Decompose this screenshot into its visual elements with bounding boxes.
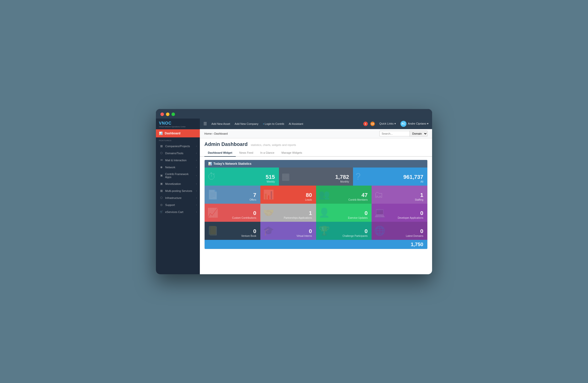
stat-card-weekly[interactable]: ⏱ 515 Weekly (205, 168, 279, 186)
notification-badge-1[interactable]: 1 (363, 122, 368, 126)
minimize-dot[interactable] (166, 113, 169, 116)
clock-icon: ⏱ (207, 171, 216, 182)
page-header: Admin Dashboard statistics, charts, widg… (200, 138, 432, 147)
chevron-icon: ‹ (196, 183, 197, 185)
add-new-asset-link[interactable]: Add New Asset (211, 122, 230, 125)
stats-header: 📊 Today's Network Statistics (205, 160, 427, 168)
chevron-icon: ‹ (196, 174, 197, 177)
badge-group: 1 13 (363, 122, 375, 126)
chevron-icon: ‹ (196, 204, 197, 206)
breadcrumb-bar: Home › Dashboard Domain (200, 129, 432, 138)
dashboard-content: 📊 Today's Network Statistics ⏱ 515 Weekl… (200, 157, 432, 274)
trophy-icon: 🏆 (319, 226, 330, 236)
companies-icon: ▦ (160, 144, 163, 148)
sidebar-item-companies-projects[interactable]: ▦ Companies/Projects ‹ (156, 143, 200, 150)
stat-card-partnerships[interactable]: 🤝 1 Partnerships Applications (260, 204, 316, 222)
app-container: VNOC Virtual Network Operations Center 📊… (156, 119, 432, 274)
sidebar-item-network[interactable]: ◉ Network ‹ (156, 164, 200, 171)
chevron-icon: ‹ (196, 190, 197, 192)
folder-icon: 🗂 (374, 189, 383, 200)
grad-icon: 🎓 (263, 226, 274, 236)
page-subtitle: statistics, charts, widgets and reports (251, 143, 296, 146)
tab-manage-widgets[interactable]: Manage Widgets (278, 149, 306, 157)
logo-text: VNOC (159, 121, 197, 126)
stats-row-2: 📄 7 Offers 📊 80 Leads 👥 47 Contri (205, 186, 427, 204)
stats-row-3: 📈 0 Custom Contributions 🤝 1 Partnership… (205, 204, 427, 222)
handshake-icon: 🤝 (263, 207, 274, 218)
network-icon: ◉ (160, 166, 163, 169)
stat-card-leads[interactable]: 📊 80 Leads (260, 186, 316, 204)
logo-sub: Virtual Network Operations Center (159, 126, 197, 128)
tab-news-feed[interactable]: News Feed (236, 149, 257, 157)
user-menu[interactable]: AC Andre Cipriano ▾ (400, 121, 429, 127)
chevron-icon: ‹ (196, 197, 197, 199)
login-to-contrib-link[interactable]: Login to Contrib (263, 122, 284, 125)
sidebar-item-contrib[interactable]: ▣ Contrib Framework Apps ‹ (156, 171, 200, 180)
stat-card-monthly[interactable]: ▦ 1,782 Monthly (279, 168, 353, 186)
search-domain-group: Domain (379, 131, 428, 137)
sidebar-item-infrastructure[interactable]: ⬡ Infrastructure ‹ (156, 194, 200, 201)
stat-card-custom-contributions[interactable]: 📈 0 Custom Contributions (205, 204, 260, 222)
sidebar-item-support[interactable]: ◎ Support ‹ (156, 201, 200, 208)
stat-card-eservice-updates[interactable]: 👤 0 Eservice Updates (316, 204, 372, 222)
trending-icon: 📈 (207, 207, 218, 218)
notification-badge-2[interactable]: 13 (370, 122, 375, 126)
stat-card-developer-apps[interactable]: 💻 0 Developer Applications (372, 204, 427, 222)
domain-select[interactable]: Domain (409, 131, 428, 137)
doc-icon: 📄 (207, 189, 218, 200)
sidebar-item-mail[interactable]: ✉ Mail & Interaction ‹ (156, 157, 200, 164)
stats-section: 📊 Today's Network Statistics ⏱ 515 Weekl… (204, 160, 428, 249)
monetization-icon: ▣ (160, 182, 163, 186)
user-icon: 👤 (319, 207, 330, 218)
stat-card-staffing[interactable]: 🗂 1 Staffing (372, 186, 427, 204)
chevron-icon: ‹ (196, 166, 197, 169)
top-nav: ☰ Add New Asset Add New Company Login to… (200, 119, 432, 129)
maximize-dot[interactable] (171, 113, 175, 116)
chevron-icon: ‹ (196, 145, 197, 147)
tab-dashboard-widget[interactable]: Dashboard Widget (204, 149, 236, 157)
globe-icon: 🌐 (374, 226, 385, 236)
chevron-icon: ‹ (196, 159, 197, 161)
browser-chrome (156, 109, 432, 119)
stat-card-bottom[interactable]: 1,750 (205, 240, 427, 249)
sidebar-section-label: FEATURES (156, 137, 200, 143)
quick-links-button[interactable]: Quick Links ▾ (379, 122, 396, 125)
chevron-icon: ‹ (196, 211, 197, 213)
chevron-icon: ‹ (196, 152, 197, 154)
stat-card-challenge-participants[interactable]: 🏆 0 Challenge Participants (316, 222, 372, 240)
mail-icon: ✉ (160, 158, 163, 162)
question-icon: ? (356, 171, 361, 182)
stat-card-contrib-members[interactable]: 👥 47 Contrib Members (316, 186, 372, 204)
stat-card-venture-book[interactable]: 📒 0 Venture Book (205, 222, 260, 240)
avatar: AC (400, 121, 406, 127)
support-icon: ◎ (160, 203, 163, 207)
multiposting-icon: ▦ (160, 189, 163, 193)
stat-card-all[interactable]: ? 961,737 All (353, 168, 427, 186)
sidebar: VNOC Virtual Network Operations Center 📊… (156, 119, 200, 274)
sidebar-item-monetization[interactable]: ▣ Monetization ‹ (156, 180, 200, 187)
stat-card-latest-domains[interactable]: 🌐 0 Latest Domains (372, 222, 427, 240)
grid-icon: ▦ (281, 171, 290, 182)
bar-chart-icon: 📊 (263, 189, 274, 200)
page-title: Admin Dashboard (204, 141, 248, 147)
ai-assistant-link[interactable]: AI Assistant (289, 122, 303, 125)
sidebar-item-domains-tools[interactable]: ⬡ Domains/Tools ‹ (156, 150, 200, 157)
add-new-company-link[interactable]: Add New Company (235, 122, 259, 125)
close-dot[interactable] (160, 113, 164, 116)
sidebar-item-multiposting[interactable]: ▦ Multi-posting Services ‹ (156, 187, 200, 194)
eservices-icon: 🛒 (160, 210, 163, 214)
sidebar-item-dashboard[interactable]: 📊 Dashboard (156, 129, 200, 137)
domains-icon: ⬡ (160, 151, 163, 155)
hamburger-button[interactable]: ☰ (203, 121, 207, 126)
people-icon: 👥 (319, 189, 330, 200)
contrib-icon: ▣ (160, 174, 163, 177)
stat-card-offers[interactable]: 📄 7 Offers (205, 186, 260, 204)
stat-card-virtual-interns[interactable]: 🎓 0 Virtual Interns (260, 222, 316, 240)
tab-in-a-glance[interactable]: In a Glance (257, 149, 278, 157)
stats-row-1: ⏱ 515 Weekly ▦ 1,782 Monthly ? 961,737 (205, 168, 427, 186)
main-content: ☰ Add New Asset Add New Company Login to… (200, 119, 432, 274)
search-input[interactable] (379, 131, 409, 136)
sidebar-item-eservices[interactable]: 🛒 eServices Cart ‹ (156, 208, 200, 215)
book-icon: 📒 (207, 226, 218, 236)
sidebar-logo: VNOC Virtual Network Operations Center (156, 119, 200, 129)
